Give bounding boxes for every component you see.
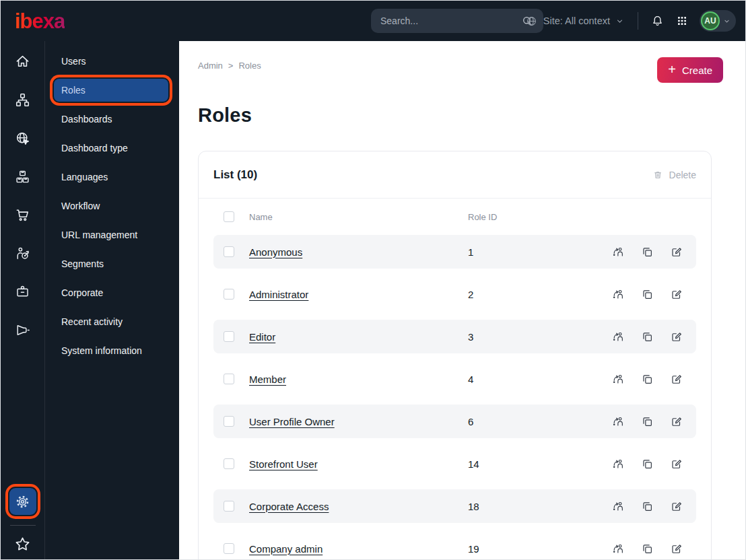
row-checkbox[interactable] xyxy=(224,331,234,342)
ibexa-logo[interactable]: ibexa xyxy=(15,11,65,32)
star-icon xyxy=(13,535,32,553)
copy-role-button[interactable] xyxy=(641,330,654,343)
row-actions xyxy=(611,330,683,343)
edit-icon xyxy=(670,373,683,386)
edit-role-button[interactable] xyxy=(670,542,683,555)
assign-role-button[interactable] xyxy=(611,542,625,555)
edit-role-button[interactable] xyxy=(670,458,683,470)
role-name-link[interactable]: Administrator xyxy=(249,289,468,300)
breadcrumb-item-roles[interactable]: Roles xyxy=(238,61,261,71)
avatar-chevron-icon xyxy=(723,18,731,25)
copy-role-button[interactable] xyxy=(641,373,654,386)
assign-role-button[interactable] xyxy=(611,245,625,258)
sidebar-item-dashboards[interactable]: Dashboards xyxy=(54,108,168,131)
row-checkbox[interactable] xyxy=(224,458,234,469)
user-menu[interactable]: AU xyxy=(700,10,736,32)
role-name-link[interactable]: Storefront User xyxy=(249,458,468,470)
search-placeholder: Search... xyxy=(380,15,418,26)
edit-role-button[interactable] xyxy=(670,330,683,343)
avatar: AU xyxy=(701,11,720,30)
role-name-link[interactable]: Editor xyxy=(249,331,468,343)
edit-icon xyxy=(670,330,683,343)
select-all-checkbox[interactable] xyxy=(224,211,234,222)
rail-corporate-button[interactable] xyxy=(11,280,34,303)
delete-button[interactable]: Delete xyxy=(652,170,696,180)
assign-role-button[interactable] xyxy=(611,372,625,386)
row-checkbox[interactable] xyxy=(224,374,234,384)
app-window: ibexa Search... Site: All context AU xyxy=(0,0,746,560)
copy-role-button[interactable] xyxy=(641,288,654,301)
sidebar-item-roles[interactable]: Roles xyxy=(54,79,168,102)
edit-icon xyxy=(670,415,683,428)
copy-role-button[interactable] xyxy=(641,542,654,555)
role-name-link[interactable]: Member xyxy=(249,374,468,385)
role-name-link[interactable]: Company admin xyxy=(249,543,468,555)
sidebar-item-url-management[interactable]: URL management xyxy=(54,223,168,246)
page-title: Roles xyxy=(198,104,723,127)
sidebar-item-corporate[interactable]: Corporate xyxy=(54,281,168,304)
assign-user-icon xyxy=(611,245,625,258)
sidebar-item-segments[interactable]: Segments xyxy=(54,252,168,275)
bookmarks-button[interactable] xyxy=(11,532,34,555)
rail-dashboard-button[interactable] xyxy=(11,50,34,73)
topbar-actions: Site: All context AU xyxy=(525,1,736,41)
column-header-role-id[interactable]: Role ID xyxy=(468,212,497,222)
rail-products-button[interactable] xyxy=(11,165,34,188)
rail-content-button[interactable] xyxy=(11,88,34,111)
role-name-link[interactable]: Anonymous xyxy=(249,246,468,258)
row-actions xyxy=(611,542,683,555)
content-tree-icon xyxy=(14,92,31,108)
notifications-button[interactable] xyxy=(650,14,665,28)
edit-role-button[interactable] xyxy=(670,373,683,386)
copy-role-button[interactable] xyxy=(641,246,654,258)
assign-role-button[interactable] xyxy=(611,415,625,428)
sidebar-item-users[interactable]: Users xyxy=(54,50,168,73)
rail-personalization-button[interactable] xyxy=(11,242,34,265)
edit-role-button[interactable] xyxy=(670,246,683,258)
role-id-cell: 1 xyxy=(468,246,473,258)
row-checkbox[interactable] xyxy=(224,543,234,554)
sidebar-item-system-information[interactable]: System information xyxy=(54,339,168,362)
edit-role-button[interactable] xyxy=(670,500,683,513)
copy-icon xyxy=(641,373,654,386)
copy-role-button[interactable] xyxy=(641,415,654,428)
roles-list-card: List (10) Delete Name Role ID Anonymous … xyxy=(198,151,712,559)
rail-site-button[interactable] xyxy=(11,127,34,149)
row-checkbox[interactable] xyxy=(224,246,234,257)
assign-role-button[interactable] xyxy=(611,287,625,301)
edit-role-button[interactable] xyxy=(670,288,683,301)
sidebar-item-label: Languages xyxy=(61,172,108,182)
sidebar-item-workflow[interactable]: Workflow xyxy=(54,195,168,217)
role-name-link[interactable]: Corporate Access xyxy=(249,501,468,512)
assign-role-button[interactable] xyxy=(611,330,625,343)
copy-role-button[interactable] xyxy=(641,458,654,470)
app-grid-button[interactable] xyxy=(676,15,688,27)
row-actions xyxy=(611,245,683,258)
role-id-cell: 4 xyxy=(468,374,473,385)
rail-campaigns-button[interactable] xyxy=(11,318,34,341)
column-header-name[interactable]: Name xyxy=(249,212,468,222)
topbar-divider xyxy=(638,12,638,30)
sidebar-item-languages[interactable]: Languages xyxy=(54,166,168,188)
sidebar-item-label: Roles xyxy=(61,85,86,96)
row-checkbox[interactable] xyxy=(224,501,234,512)
sidebar-item-recent-activity[interactable]: Recent activity xyxy=(54,310,168,333)
create-button[interactable]: + Create xyxy=(657,57,723,83)
assign-role-button[interactable] xyxy=(611,457,625,470)
admin-menu: Users Roles Dashboards Dashboard type La… xyxy=(45,41,179,559)
row-checkbox[interactable] xyxy=(224,416,234,427)
breadcrumb-item-admin[interactable]: Admin xyxy=(198,61,223,71)
role-name-link[interactable]: User Profile Owner xyxy=(249,416,468,427)
gear-icon xyxy=(14,493,31,510)
row-checkbox[interactable] xyxy=(224,289,234,300)
sidebar-item-dashboard-type[interactable]: Dashboard type xyxy=(54,137,168,160)
assign-role-button[interactable] xyxy=(611,499,625,513)
list-title: List (10) xyxy=(213,168,257,182)
breadcrumb: Admin > Roles xyxy=(198,61,261,71)
copy-role-button[interactable] xyxy=(641,500,654,513)
edit-role-button[interactable] xyxy=(670,415,683,428)
admin-settings-button[interactable] xyxy=(9,488,36,515)
rail-commerce-button[interactable] xyxy=(11,203,34,226)
search-input[interactable]: Search... xyxy=(371,9,543,33)
site-context-selector[interactable]: Site: All context xyxy=(525,15,624,28)
